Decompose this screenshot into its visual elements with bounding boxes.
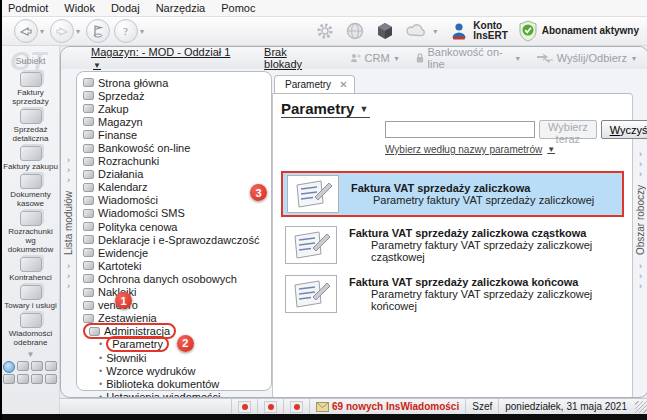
page-title[interactable]: Parametry ▼ [281,100,370,118]
sidebar-item-dokumenty-kasowe[interactable]: Dokumenty kasowe [2,174,59,208]
content-area: Parametry ✕ Parametry ▼ Wybierz teraz Wy… [272,71,633,398]
sidebar-item-kontrahenci[interactable]: Kontrahenci [2,257,59,282]
tree-item-wiadomosci[interactable]: Wiadomości [83,194,267,207]
mini-module-icon[interactable] [3,374,15,384]
konto-insert[interactable]: KontoInsERT [449,21,507,41]
envelope-icon [316,402,329,412]
back-dropdown-caret[interactable]: ▾ [40,27,44,36]
messages-icon [83,196,94,205]
red-status-dot-icon [268,404,274,410]
tree-item-dzialania[interactable]: Działania [83,168,267,181]
tree-item-vendero[interactable]: vendero [83,299,267,312]
menu-widok[interactable]: Widok [64,2,95,14]
sidebar-item-faktury-sprzedazy[interactable]: Faktury sprzedaży [2,72,59,106]
mini-module-icon[interactable] [17,374,29,384]
tree-item-parametry[interactable]: • Parametry 2 [83,338,267,351]
vendero-icon [83,301,94,310]
help-button[interactable]: ? [114,19,138,43]
sidebar-item-sprzedaz-detaliczna[interactable]: Sprzedaż detaliczna [2,109,59,143]
forward-dropdown-caret[interactable]: ▾ [76,27,80,36]
ins-wiadomosci-status[interactable]: 69 nowych InsWiadomości [309,399,465,414]
finance-icon [83,130,94,139]
menu-bar: Podmiot Widok Dodaj Narzędzia Pomoc [2,0,647,17]
forward-button[interactable] [50,19,74,43]
module-tree-panel: Strona główna Sprzedaż Zakup Magazyn Fin… [76,71,272,391]
sidebar-item-faktury-zakupu[interactable]: Faktury zakupu [2,146,59,171]
tree-item-kalendarz[interactable]: Kalendarz [83,181,267,194]
tab-parametry[interactable]: Parametry ✕ [274,75,355,93]
globe-icon[interactable] [345,21,365,41]
tree-item-slowniki[interactable]: •Słowniki [83,351,267,364]
status-indicator-3[interactable] [283,399,309,414]
tree-item-naklejki[interactable]: Naklejki [83,286,267,299]
expand-chevron-icon: › [639,281,642,291]
sidebar-item-towary[interactable]: Towary i usługi [2,285,59,310]
parameter-search-input[interactable] [385,121,535,138]
cube-icon[interactable] [375,21,395,41]
document-pen-icon [291,279,331,309]
resize-grip[interactable] [635,401,647,413]
lista-modulow-strip[interactable]: › › › Lista modułów › › › [61,69,76,398]
wyslij-odbierz-menu[interactable]: Wyślij/Odbierz▾ [536,52,638,64]
mini-module-icon[interactable] [17,361,29,371]
tree-item-polityka-cenowa[interactable]: Polityka cenowa [83,220,267,233]
back-button[interactable] [14,19,38,43]
lista-modulow-label: Lista modułów [63,191,74,255]
obszar-roboczy-strip[interactable]: › › › Obszar roboczy › › › [633,69,647,398]
mini-module-icon[interactable] [45,361,57,371]
menu-pomoc[interactable]: Pomoc [221,2,255,14]
settings-gear-icon[interactable] [315,21,335,41]
tree-item-magazyn[interactable]: Magazyn [83,115,267,128]
mini-module-icon[interactable] [31,361,43,371]
parameter-row-koncowa[interactable]: Faktura VAT sprzedaży zaliczkowa końcowa… [281,273,624,315]
wybierz-teraz-button[interactable]: Wybierz teraz [539,120,597,139]
svg-text:?: ? [123,25,128,37]
sidebar-item-rozrachunki[interactable]: Rozrachunki wg dokumentów [2,211,59,254]
purchase-icon [20,146,42,161]
menu-narzedzia[interactable]: Narzędzia [156,2,206,14]
close-tab-icon[interactable]: ✕ [339,79,347,90]
sidebar-more-caret[interactable]: ▼ [2,350,59,359]
help-dropdown-caret[interactable]: ▾ [140,27,144,36]
crm-menu[interactable]: CRM▾ [350,52,401,64]
user-segment[interactable]: Szef [465,399,498,414]
status-indicator-2[interactable] [257,399,283,414]
tree-item-ewidencje[interactable]: Ewidencje [83,246,267,259]
expand-chevron-icon: › [67,165,70,175]
tree-item-deklaracje[interactable]: Deklaracje i e-Sprawozdawczość [83,233,267,246]
crm-caret: ▾ [395,54,399,63]
tree-item-ochrona-danych[interactable]: Ochrona danych osobowych [83,272,267,285]
tree-item-kartoteki[interactable]: Kartoteki [83,259,267,272]
tree-item-rozrachunki[interactable]: Rozrachunki [83,155,267,168]
obszar-roboczy-label: Obszar roboczy [635,185,646,255]
magazyn-selector[interactable]: Magazyn: - MOD - Oddział 1 ▼ [91,46,240,70]
frame-toolbar-right: CRM▾ Bankowość on-line▾ Wyślij/Odbierz▾ [350,46,638,70]
wyczysc-button[interactable]: Wyczyść [601,120,647,139]
parameter-row-zaliczkowa[interactable]: 3 Faktura VAT sprzedaży zaliczkowa Param… [281,171,624,217]
mini-module-icon-active[interactable] [3,361,15,373]
tree-item-biblioteka[interactable]: •Biblioteka dokumentów [83,377,267,390]
tree-item-wzorce-wydrukow[interactable]: •Wzorce wydruków [83,364,267,377]
tree-item-zakup[interactable]: Zakup [83,102,267,115]
filter-by-name-link[interactable]: Wybierz według nazwy parametrów ▼ [385,144,557,155]
status-indicator-1[interactable] [231,399,257,414]
menu-dodaj[interactable]: Dodaj [111,2,140,14]
tree-item-ustawienia-wiadomosci[interactable]: •Ustawienia wiadomości [83,390,267,398]
cloud-menu[interactable]: ▾ [405,22,439,40]
parameter-row-czastkowa[interactable]: Faktura VAT sprzedaży zaliczkowa cząstko… [281,224,624,266]
menu-podmiot[interactable]: Podmiot [8,2,48,14]
records-icon [83,248,94,257]
bankowosc-menu[interactable]: Bankowość on-line▾ [415,46,522,70]
mini-module-icon[interactable] [31,374,43,384]
tree-item-finanse[interactable]: Finanse [83,128,267,141]
mini-module-icon[interactable] [45,374,57,384]
tree-item-bankowosc[interactable]: Bankowość on-line [83,141,267,154]
tree-item-wiadomosci-sms[interactable]: Wiadomości SMS [83,207,267,220]
abonament-status[interactable]: Abonament aktywny [518,20,639,42]
settlements-icon [83,157,94,166]
blokada-link[interactable]: Brak blokady [264,46,325,70]
sidebar-item-wiadomosci[interactable]: Wiadomości odebrane [2,313,59,347]
tree-item-sprzedaz[interactable]: Sprzedaż [83,89,267,102]
tree-item-strona-glowna[interactable]: Strona główna [83,76,267,89]
reports-button[interactable] [86,19,110,43]
